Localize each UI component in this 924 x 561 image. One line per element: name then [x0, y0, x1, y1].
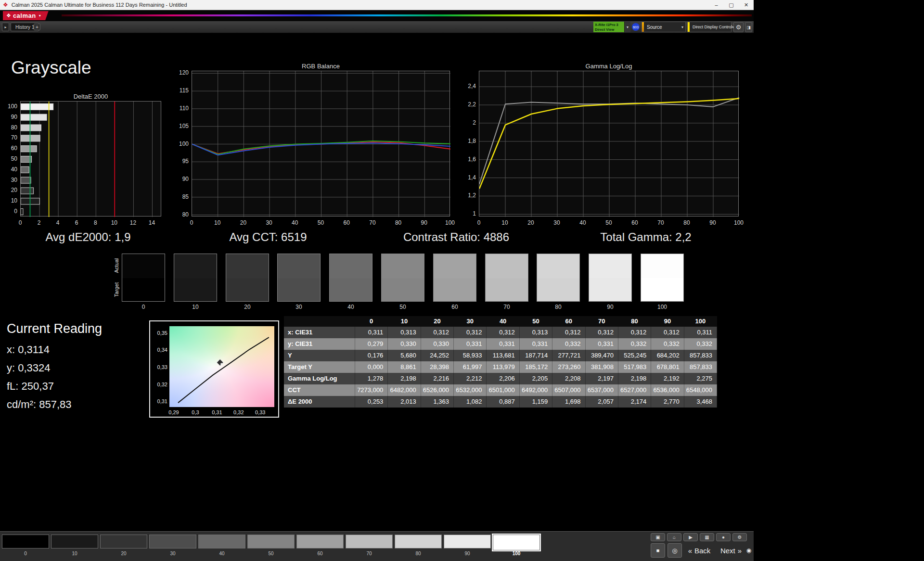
deltae-x-tick: 14 [146, 219, 157, 226]
titlebar: ❖ Calman 2025 Calman Ultimate for Busine… [0, 0, 754, 10]
rgb-x-tick: 20 [236, 219, 250, 226]
patch-button-90[interactable] [444, 535, 491, 548]
table-column-header: 30 [454, 316, 487, 327]
gamma-y-tick: 1,2 [459, 192, 476, 199]
meter-count-badge: 603 [632, 23, 640, 31]
table-column-header: 100 [684, 316, 717, 327]
deltae-y-tick: 0 [3, 208, 17, 215]
window-controls: – ▢ ✕ [709, 0, 754, 10]
rgb-y-tick: 100 [171, 140, 189, 147]
display-control-dropdown[interactable]: Direct Display Control ▾ [687, 22, 732, 32]
table-value-cell: 1,159 [520, 396, 552, 408]
table-value-cell: 857,833 [684, 350, 717, 361]
table-row: Y0,1765,68024,25258,933113,681187,714277… [284, 350, 717, 361]
table-value-cell: 1,698 [552, 396, 585, 408]
table-row-label: Gamma Log/Log [284, 373, 355, 384]
settings-button[interactable]: ⚙ [733, 22, 744, 32]
patch-button-0[interactable] [2, 535, 49, 548]
swatch-label: 80 [537, 304, 580, 310]
patch-button-60[interactable] [296, 535, 344, 548]
patch-button-30[interactable] [149, 535, 196, 548]
calman-logo-menu[interactable]: ❖ calman ▾ [3, 11, 49, 20]
stat-contrast-ratio: Contrast Ratio: 4886 [379, 230, 533, 244]
patch-button-20[interactable] [100, 535, 147, 548]
table-column-header: 0 [355, 316, 388, 327]
grayscale-swatch-10 [174, 254, 217, 302]
reading-marker [217, 359, 223, 366]
home-button[interactable]: ⌂ [667, 533, 681, 541]
continuous-read-button[interactable]: ◎ [667, 543, 682, 558]
table-value-cell: 277,721 [552, 350, 585, 361]
table-value-cell: 0,312 [487, 327, 519, 338]
patch-button-10[interactable] [51, 535, 98, 548]
table-value-cell: 0,332 [552, 338, 585, 350]
rgb-plot-svg [192, 71, 450, 217]
patch-button-100[interactable] [493, 535, 540, 550]
table-header-row: 0102030405060708090100 [284, 316, 717, 327]
source-label: Source [647, 25, 662, 30]
swatch-actual [486, 254, 528, 278]
gamma-chart-title: Gamma Log/Log [479, 63, 739, 70]
meter-line2: Direct View [595, 27, 623, 32]
table-column-header: 90 [651, 316, 684, 327]
minimize-button[interactable]: – [709, 0, 724, 10]
table-value-cell: 2,212 [454, 373, 487, 384]
back-button[interactable]: « Back [684, 543, 714, 558]
table-value-cell: 24,252 [421, 350, 454, 361]
settings-button[interactable]: ⚙ [732, 533, 747, 541]
meter-dropdown[interactable]: X-Rite i1Pro 3 Direct View [593, 22, 624, 32]
deltae-bar-40 [21, 166, 29, 173]
next-label: Next [720, 547, 735, 555]
table-value-cell: 0,313 [520, 327, 552, 338]
meter-caret-button[interactable]: ▾ [624, 22, 630, 32]
swatch-actual [589, 254, 631, 278]
cie-x-tick: 0,33 [253, 409, 268, 416]
chevron-down-icon: ▾ [681, 25, 683, 29]
source-dropdown[interactable]: Source ▾ [642, 22, 686, 32]
stop-button[interactable]: ■ [651, 543, 665, 558]
patch-button-70[interactable] [346, 535, 393, 548]
deltae-y-tick: 100 [3, 103, 17, 110]
history-nav-button[interactable]: ▸ [2, 23, 9, 31]
record-button[interactable]: ● [716, 533, 731, 541]
patch-label-90: 90 [444, 551, 491, 556]
table-value-cell: 6507,000 [552, 384, 585, 396]
gamma-x-tick: 50 [602, 219, 616, 226]
meter-read-button[interactable]: ◉ [745, 547, 753, 554]
patch-button-50[interactable] [247, 535, 295, 548]
back-arrow-icon: « [688, 547, 692, 555]
deltae-x-tick: 10 [108, 219, 120, 226]
rgb-x-tick: 10 [210, 219, 225, 226]
swatch-label: 20 [226, 304, 269, 310]
screen-button[interactable]: ▣ [651, 533, 665, 541]
rgb-y-tick: 90 [171, 176, 189, 182]
table-row-label: Y [284, 350, 355, 361]
table-row-label: ΔE 2000 [284, 396, 355, 408]
rgb-x-tick: 90 [417, 219, 431, 226]
swatch-target [278, 278, 320, 301]
reading-y: y: 0,3324 [7, 362, 51, 374]
panel-toggle-button[interactable]: ◨ [745, 22, 752, 32]
rgb-x-tick: 40 [288, 219, 302, 226]
maximize-button[interactable]: ▢ [724, 0, 739, 10]
table-value-cell: 2,198 [388, 373, 421, 384]
add-tab-button[interactable]: + [34, 24, 40, 30]
patch-button-40[interactable] [198, 535, 245, 548]
close-button[interactable]: ✕ [739, 0, 754, 10]
next-button[interactable]: Next » [716, 543, 746, 558]
deltae-y-tick: 10 [3, 197, 17, 204]
rgb-x-tick: 100 [443, 219, 457, 226]
play-button[interactable]: ▶ [683, 533, 698, 541]
gamma-y-tick: 2,4 [459, 83, 476, 89]
swatch-target [486, 278, 528, 301]
swatch-actual [330, 254, 372, 278]
table-value-cell: 3,468 [684, 396, 717, 408]
table-column-header: 40 [487, 316, 519, 327]
table-value-cell: 1,363 [421, 396, 454, 408]
table-value-cell: 0,312 [618, 327, 651, 338]
patch-button-80[interactable] [395, 535, 442, 548]
table-row-label: y: CIE31 [284, 338, 355, 350]
layers-button[interactable]: ▦ [700, 533, 714, 541]
table-row: Gamma Log/Log1,2782,1982,2162,2122,2062,… [284, 373, 717, 384]
table-column-header: 50 [520, 316, 552, 327]
